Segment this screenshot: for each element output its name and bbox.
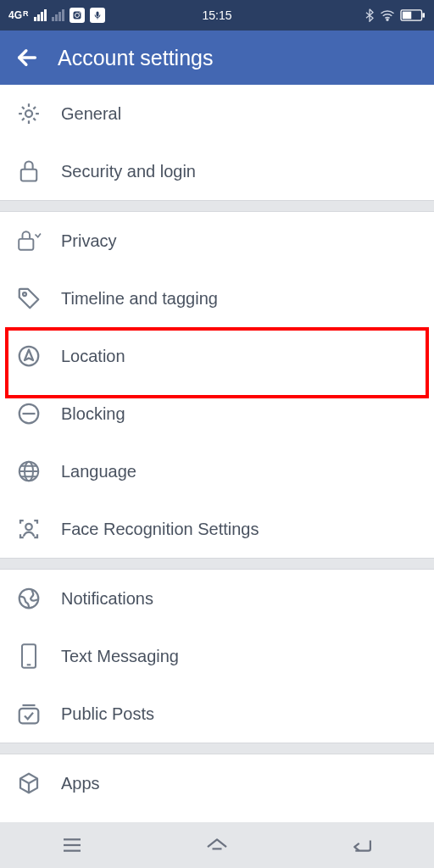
- svg-rect-12: [19, 239, 33, 250]
- page-title: Account settings: [58, 46, 213, 70]
- row-notifications[interactable]: Notifications: [0, 570, 434, 627]
- bluetooth-icon: [364, 8, 375, 22]
- svg-rect-11: [21, 170, 36, 181]
- row-label: General: [61, 104, 121, 124]
- row-blocking[interactable]: Blocking: [0, 385, 434, 442]
- blocking-icon: [15, 400, 42, 427]
- gear-icon: [15, 100, 42, 127]
- privacy-lock-icon: [15, 227, 42, 254]
- globe-icon: [15, 458, 42, 485]
- row-label: Timeline and tagging: [61, 289, 218, 309]
- row-label: Security and login: [61, 162, 196, 181]
- network-label: 4GR: [8, 9, 29, 21]
- row-public[interactable]: Public Posts: [0, 685, 434, 743]
- phone-icon: [15, 643, 42, 670]
- row-language[interactable]: Language: [0, 442, 434, 500]
- camera-app-icon: [70, 8, 85, 23]
- status-time: 15:15: [202, 8, 231, 22]
- wifi-icon: [380, 9, 395, 21]
- svg-point-22: [25, 524, 32, 531]
- world-icon: [15, 585, 42, 612]
- content: General Security and login Privacy Timel…: [0, 85, 434, 822]
- face-icon: [15, 515, 42, 542]
- row-label: Language: [61, 462, 136, 481]
- svg-point-5: [387, 19, 388, 20]
- battery-icon: [400, 9, 426, 21]
- row-location[interactable]: Location: [0, 327, 434, 385]
- row-label: Face Recognition Settings: [61, 520, 259, 539]
- row-apps[interactable]: Apps: [0, 754, 434, 812]
- nav-back-button[interactable]: [337, 836, 387, 854]
- row-label: Blocking: [61, 404, 125, 424]
- cube-icon: [15, 770, 42, 797]
- svg-point-2: [79, 12, 81, 14]
- row-text[interactable]: Text Messaging: [0, 627, 434, 685]
- row-label: Apps: [61, 774, 100, 793]
- row-facerec[interactable]: Face Recognition Settings: [0, 500, 434, 558]
- location-icon: [15, 342, 42, 370]
- section-2: Notifications Text Messaging Public Post…: [0, 570, 434, 743]
- row-general[interactable]: General: [0, 85, 434, 142]
- row-label: Text Messaging: [61, 647, 179, 666]
- section-3: Apps: [0, 754, 434, 812]
- row-label: Location: [61, 347, 125, 366]
- row-label: Public Posts: [61, 704, 154, 724]
- app-header: Account settings: [0, 31, 434, 85]
- row-label: Privacy: [61, 231, 117, 251]
- section-divider: [0, 743, 434, 754]
- section-divider: [0, 558, 434, 570]
- row-privacy[interactable]: Privacy: [0, 212, 434, 270]
- nav-menu-button[interactable]: [47, 837, 97, 854]
- row-security[interactable]: Security and login: [0, 142, 434, 200]
- posts-icon: [15, 700, 42, 727]
- row-label: Notifications: [61, 589, 153, 609]
- svg-rect-26: [19, 709, 39, 724]
- svg-rect-3: [96, 12, 98, 17]
- nav-home-button[interactable]: [192, 836, 242, 854]
- mic-icon: [90, 8, 105, 23]
- svg-point-10: [25, 110, 32, 117]
- signal-bars-2-icon: [52, 9, 64, 21]
- device-nav-bar: [0, 822, 434, 868]
- svg-point-13: [23, 292, 26, 296]
- tag-icon: [15, 285, 42, 312]
- lock-icon: [15, 158, 42, 185]
- svg-rect-7: [422, 13, 425, 17]
- section-divider: [0, 200, 434, 212]
- back-button[interactable]: [15, 46, 39, 70]
- svg-rect-8: [403, 12, 412, 19]
- section-0: General Security and login: [0, 85, 434, 200]
- row-timeline[interactable]: Timeline and tagging: [0, 270, 434, 327]
- signal-bars-icon: [34, 9, 47, 21]
- section-1: Privacy Timeline and tagging Location Bl…: [0, 212, 434, 558]
- status-bar: 4GR 15:15: [0, 0, 434, 31]
